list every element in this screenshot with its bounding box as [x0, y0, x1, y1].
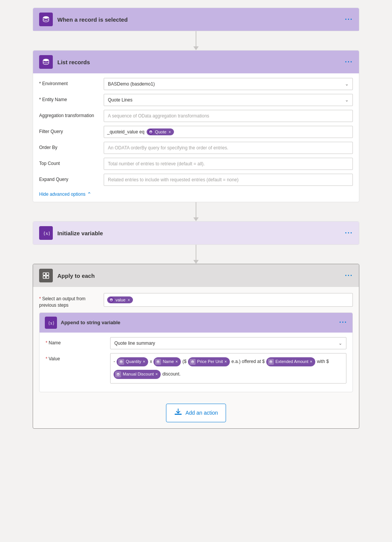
apply-to-each-card: Apply to each ··· * Select an output fro… — [33, 264, 359, 429]
svg-point-11 — [157, 361, 159, 362]
name-token-label: Name — [163, 358, 174, 366]
order-by-label: Order By — [39, 142, 100, 151]
entity-name-dropdown[interactable]: Quote Lines ⌄ — [104, 94, 353, 106]
manual-discount-token-label: Manual Discount — [123, 371, 154, 378]
entity-name-row: * Entity Name Quote Lines ⌄ — [39, 94, 353, 106]
environment-row: * Environment BASDemo (basdemo1) ⌄ — [39, 78, 353, 90]
arrow-2 — [193, 202, 199, 221]
expand-query-label: Expand Query — [39, 174, 100, 183]
svg-rect-6 — [43, 276, 46, 279]
top-count-label: Top Count — [39, 158, 100, 167]
append-name-dropdown[interactable]: Quote line summary ⌄ — [110, 337, 346, 349]
svg-point-8 — [110, 298, 113, 300]
list-records-more-button[interactable]: ··· — [345, 58, 353, 66]
init-variable-more-button[interactable]: ··· — [345, 229, 353, 237]
hide-advanced-link[interactable]: Hide advanced options ⌃ — [39, 191, 92, 197]
select-output-row: * Select an output from previous steps v… — [39, 293, 353, 309]
extended-amount-token-label: Extended Amount — [275, 358, 308, 366]
append-title: Append to string variable — [61, 320, 335, 325]
value-text-x: x — [150, 358, 152, 366]
filter-token-label: Quote — [155, 130, 166, 134]
entity-name-dropdown-arrow: ⌄ — [345, 97, 349, 103]
filter-query-label: Filter Query — [39, 126, 100, 135]
extended-amount-token: Extended Amount × — [266, 357, 315, 366]
value-token-label: value — [115, 298, 125, 302]
extended-amount-token-close[interactable]: × — [310, 358, 312, 366]
trigger-title: When a record is selected — [57, 16, 340, 23]
select-output-input[interactable]: value × — [104, 293, 353, 307]
environment-dropdown[interactable]: BASDemo (basdemo1) ⌄ — [104, 78, 353, 90]
append-header: {x} Append to string variable ··· — [40, 313, 352, 333]
append-value-row: * Value - — [46, 353, 346, 384]
init-variable-icon: {x} — [39, 226, 53, 240]
manual-discount-token-icon — [115, 371, 121, 377]
filter-query-prefix: _quoteid_value eq — [107, 129, 144, 135]
svg-text:{x}: {x} — [43, 230, 50, 236]
aggregation-row: Aggregation transformation A sequence of… — [39, 110, 353, 122]
price-per-unit-token-close[interactable]: × — [224, 358, 227, 366]
init-variable-header: {x} Initialize variable ··· — [33, 222, 359, 244]
entity-name-label: * Entity Name — [39, 94, 100, 103]
trigger-icon — [39, 13, 53, 26]
trigger-more-button[interactable]: ··· — [345, 16, 353, 24]
value-token: value × — [107, 296, 133, 303]
trigger-header: When a record is selected ··· — [33, 8, 359, 31]
list-records-card: List records ··· * Environment BASDemo (… — [33, 50, 359, 202]
svg-text:{x}: {x} — [48, 321, 55, 326]
value-text-dollar1: ($ — [182, 358, 187, 366]
svg-rect-15 — [175, 414, 182, 415]
svg-point-12 — [191, 361, 194, 362]
environment-label: * Environment — [39, 78, 100, 87]
svg-point-1 — [43, 59, 49, 62]
value-text-dash: - — [114, 358, 115, 366]
svg-rect-5 — [46, 273, 49, 276]
append-value-area[interactable]: - Quantity × — [110, 353, 346, 384]
list-records-body: * Environment BASDemo (basdemo1) ⌄ * Ent… — [33, 73, 359, 202]
name-token: Name × — [153, 357, 181, 366]
value-text-with: with $ — [317, 358, 329, 366]
manual-discount-token-close[interactable]: × — [155, 371, 158, 378]
apply-to-each-icon — [39, 269, 53, 282]
init-variable-title: Initialize variable — [57, 230, 340, 236]
list-records-header: List records ··· — [33, 51, 359, 73]
append-more-button[interactable]: ··· — [339, 319, 347, 326]
quantity-token-icon — [118, 359, 124, 365]
quantity-token-label: Quantity — [126, 358, 141, 366]
arrow-3 — [193, 245, 199, 264]
filter-query-input[interactable]: _quoteid_value eq Quote × — [104, 126, 353, 138]
value-token-icon — [109, 297, 114, 303]
name-token-close[interactable]: × — [175, 358, 178, 366]
value-text-discount: discount. — [162, 370, 180, 379]
top-count-input[interactable]: Total number of entries to retrieve (def… — [104, 158, 353, 170]
order-by-input[interactable]: An ODATA orderBy query for specifying th… — [104, 142, 353, 154]
quantity-token-close[interactable]: × — [143, 358, 145, 366]
list-records-title: List records — [57, 59, 340, 65]
order-by-row: Order By An ODATA orderBy query for spec… — [39, 142, 353, 154]
price-per-unit-token: Price Per Unit × — [188, 357, 230, 366]
arrow-1 — [193, 31, 199, 50]
svg-rect-7 — [46, 276, 49, 279]
filter-token: Quote × — [147, 128, 174, 135]
filter-token-close[interactable]: × — [169, 130, 171, 134]
apply-to-each-title: Apply to each — [57, 273, 340, 279]
price-per-unit-token-icon — [190, 359, 196, 365]
append-name-row: * Name Quote line summary ⌄ — [46, 337, 346, 349]
svg-point-13 — [270, 361, 272, 362]
value-token-close[interactable]: × — [128, 298, 130, 302]
svg-point-14 — [117, 373, 119, 374]
apply-to-each-body: * Select an output from previous steps v… — [33, 287, 359, 428]
expand-query-input[interactable]: Related entries to include with requeste… — [104, 174, 353, 186]
add-action-button[interactable]: Add an action — [166, 404, 226, 422]
add-action-label: Add an action — [185, 410, 218, 416]
name-token-icon — [155, 359, 161, 365]
init-variable-card: {x} Initialize variable ··· — [33, 221, 359, 245]
extended-amount-token-icon — [268, 359, 274, 365]
value-text-ea: e.a.) offered at $ — [231, 358, 265, 366]
environment-dropdown-arrow: ⌄ — [345, 81, 349, 87]
append-value-label: * Value — [46, 353, 106, 362]
aggregation-input[interactable]: A sequence of OData aggregation transfor… — [104, 110, 353, 122]
select-output-label: * Select an output from previous steps — [39, 293, 100, 309]
manual-discount-token: Manual Discount × — [114, 370, 161, 379]
svg-point-10 — [120, 361, 122, 362]
apply-to-each-more-button[interactable]: ··· — [345, 272, 353, 280]
